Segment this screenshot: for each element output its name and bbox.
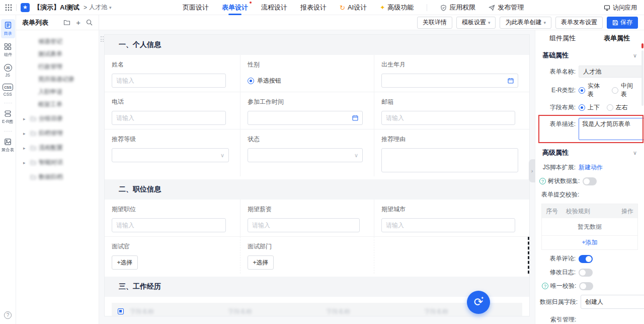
select-input[interactable]: ∨ <box>248 148 363 162</box>
date-input[interactable] <box>248 111 363 125</box>
field-interviewer[interactable]: 面试官 +选择 <box>105 237 240 274</box>
field-expected-position[interactable]: 期望职位 <box>105 200 240 237</box>
section-header-work-experience[interactable]: 三、工作经历 <box>105 277 529 297</box>
app-star-icon[interactable]: ★ <box>21 3 30 12</box>
expected-salary-input[interactable] <box>248 218 360 232</box>
section-header-position[interactable]: 二、职位信息 <box>105 179 529 200</box>
change-log-toggle[interactable] <box>579 269 593 277</box>
unique-check-toggle[interactable] <box>579 282 593 290</box>
rail-item-er-diagram[interactable]: E-R图 <box>1 108 15 126</box>
expand-arrow-icon[interactable]: ▸ <box>23 146 30 151</box>
save-button[interactable]: 保存 <box>607 17 638 29</box>
add-rule-button[interactable]: +添加 <box>542 235 637 249</box>
field-email[interactable]: 邮箱 <box>374 92 529 129</box>
data-owner-select[interactable]: 创建人 ∨ <box>581 295 644 309</box>
date-input[interactable] <box>381 74 518 88</box>
list-group-item[interactable]: ▸ 分组目录 <box>16 112 99 125</box>
basic-properties-header[interactable]: 基础属性 ∨ <box>535 46 644 63</box>
radio-layout-vertical[interactable]: 上下 <box>579 103 600 112</box>
phone-input[interactable] <box>112 111 226 125</box>
field-status[interactable]: 状态 ∨ <box>240 129 374 176</box>
related-detail-button[interactable]: 关联详情 <box>417 17 452 29</box>
tab-flow-design[interactable]: 流程设计 <box>261 0 287 15</box>
form-publish-settings-button[interactable]: 表单发布设置 <box>555 17 603 29</box>
email-input[interactable] <box>381 111 515 125</box>
field-recommend-reason[interactable]: 推荐理由 <box>374 129 529 176</box>
list-item[interactable]: 测试表单 <box>16 48 99 60</box>
form-name-input[interactable] <box>579 66 642 78</box>
panel-collapse-handle[interactable]: › <box>529 159 535 182</box>
collapse-icon[interactable]: ∨ <box>633 150 637 156</box>
form-description-textarea[interactable]: 我是人才简历表单 <box>579 118 644 140</box>
scrollbar-thumb[interactable] <box>641 50 643 106</box>
empty-cell[interactable] <box>374 237 529 274</box>
advanced-properties-header[interactable]: 高级属性 ∨ <box>535 144 644 161</box>
select-input[interactable]: ∨ <box>112 148 229 162</box>
rail-item-catalog[interactable]: 目录 <box>1 19 15 38</box>
expected-city-input[interactable] <box>381 218 515 232</box>
rail-item-components[interactable]: 组件 <box>1 41 15 59</box>
new-folder-icon[interactable] <box>63 19 70 26</box>
tab-form-properties[interactable]: 表单属性 <box>590 34 644 43</box>
rail-item-aggregate-table[interactable]: 聚合表 <box>1 136 15 155</box>
help-button[interactable]: ? <box>4 311 12 319</box>
name-input[interactable] <box>112 74 226 88</box>
list-group-item[interactable]: ▸ 流程配置 <box>16 141 99 155</box>
field-birth-date[interactable]: 出生年月 <box>374 55 529 92</box>
expected-position-input[interactable] <box>112 218 226 232</box>
tab-advanced-features[interactable]: ✦高级功能 <box>380 0 414 15</box>
expand-arrow-icon[interactable]: ▸ <box>23 160 30 165</box>
list-group-item[interactable]: ▸ 智能对话 <box>16 156 99 169</box>
textarea-input[interactable] <box>381 148 518 172</box>
list-group-item[interactable]: ▸ 归档管理 <box>16 126 99 140</box>
tab-component-properties[interactable]: 组件属性 <box>535 34 590 43</box>
list-item[interactable]: 框架工单 <box>16 98 99 111</box>
choose-department-button[interactable]: +选择 <box>248 255 274 270</box>
tab-page-design[interactable]: 页面设计 <box>183 0 209 15</box>
radio-middle-table[interactable]: 中间表 <box>612 82 638 99</box>
breadcrumb-page[interactable]: 人才池 <box>89 3 107 12</box>
new-action-link[interactable]: 新建动作 <box>579 163 603 172</box>
search-icon[interactable] <box>86 19 93 26</box>
tab-publish-management[interactable]: 发布管理 <box>489 0 524 15</box>
visit-app-button[interactable]: 访问应用 <box>604 0 637 15</box>
radio-icon[interactable] <box>248 78 254 84</box>
expand-arrow-icon[interactable]: ▸ <box>23 131 30 136</box>
tab-app-permissions[interactable]: 应用权限 <box>440 0 475 15</box>
ai-assistant-fab[interactable]: ⟳ ✦ <box>467 291 490 314</box>
list-item[interactable]: 行政管理 <box>16 60 99 73</box>
tab-form-design[interactable]: 表单设计 <box>222 0 248 15</box>
field-interview-department[interactable]: 面试部门 +选择 <box>240 237 374 274</box>
radio-entity-table[interactable]: 实体表 <box>579 82 605 99</box>
tab-ai-design[interactable]: ↻AI设计 <box>340 0 367 15</box>
tree-dataset-toggle[interactable] <box>583 177 597 185</box>
checkbox-icon[interactable] <box>118 308 124 314</box>
chevron-down-icon[interactable]: ▾ <box>109 5 112 10</box>
tab-report-design[interactable]: 报表设计 <box>300 0 327 15</box>
rail-item-js[interactable]: JS JS <box>1 62 15 79</box>
list-item[interactable]: 简历筛选记录 <box>16 73 99 86</box>
list-folder-item[interactable]: 数据归档 <box>16 170 99 184</box>
expand-arrow-icon[interactable]: ▸ <box>23 116 30 121</box>
collapse-icon[interactable]: ∨ <box>633 52 637 59</box>
create-from-form-button[interactable]: 为此表单创建▾ <box>500 17 551 29</box>
field-expected-salary[interactable]: 期望薪资 <box>240 200 374 237</box>
field-recommend-level[interactable]: 推荐等级 ∨ <box>105 129 240 176</box>
field-phone[interactable]: 电话 <box>105 92 240 129</box>
field-expected-city[interactable]: 期望城市 <box>374 200 529 237</box>
add-form-icon[interactable]: + <box>76 19 80 26</box>
list-item[interactable]: 候选登记 <box>16 35 99 48</box>
field-gender[interactable]: 性别 单选按钮 <box>240 55 374 92</box>
radio-layout-horizontal[interactable]: 左右 <box>607 103 628 112</box>
question-circle-icon[interactable]: ? <box>542 283 548 289</box>
question-circle-icon[interactable]: ? <box>539 178 546 184</box>
template-settings-button[interactable]: 模板设置▾ <box>456 17 496 29</box>
grid-menu-icon[interactable] <box>5 4 12 11</box>
field-name[interactable]: 姓名 <box>105 55 240 92</box>
list-item[interactable]: 入职申请 <box>16 86 99 98</box>
rail-item-css[interactable]: CSS CSS <box>1 82 15 98</box>
field-work-start-date[interactable]: 参加工作时间 <box>240 92 374 129</box>
choose-interviewer-button[interactable]: +选择 <box>112 255 138 270</box>
section-header-personal[interactable]: 一、个人信息 <box>105 35 529 55</box>
form-comment-toggle[interactable] <box>579 255 593 263</box>
